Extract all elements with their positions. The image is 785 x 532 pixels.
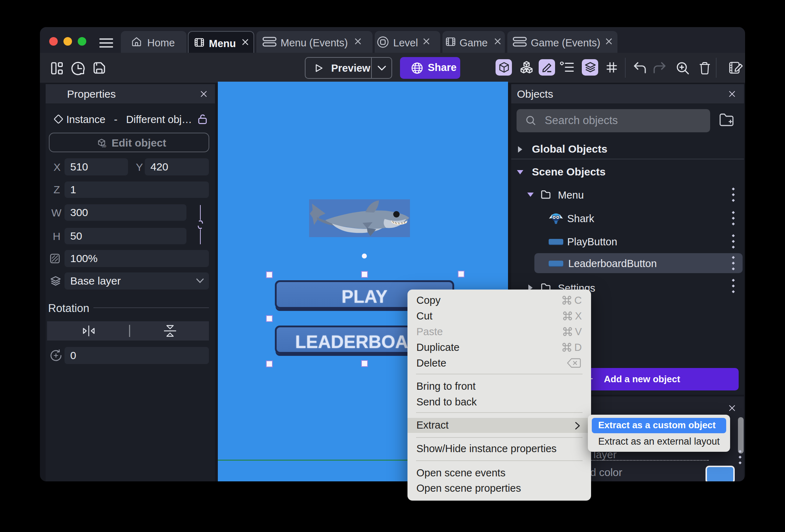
svg-text:2D: 2D — [102, 144, 106, 148]
